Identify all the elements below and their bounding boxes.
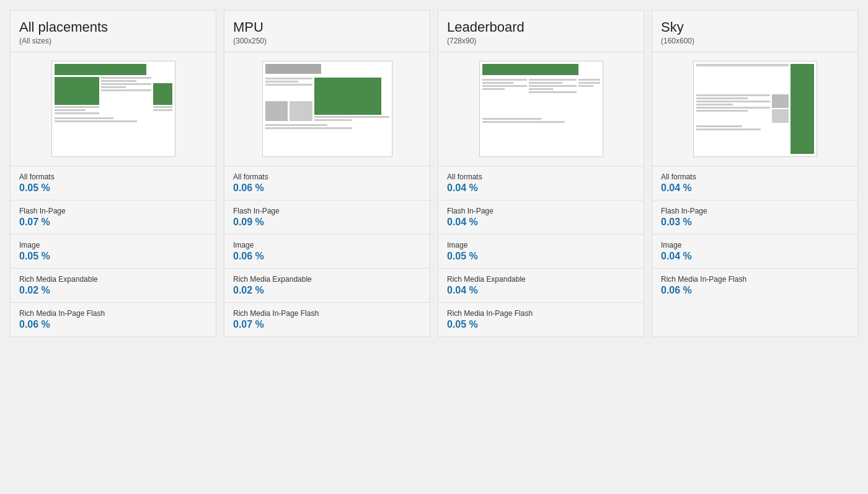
stat-label-leaderboard-2: Image [447,241,635,249]
stat-row-all-placements-3: Rich Media Expandable 0.02 % [11,269,216,303]
stat-value-mpu-1: 0.09 % [233,217,421,228]
card-subtitle-all-placements: (All sizes) [19,37,207,45]
stat-label-leaderboard-1: Flash In-Page [447,207,635,215]
card-mpu: MPU (300x250) [224,10,430,337]
stat-value-mpu-4: 0.07 % [233,319,421,330]
stat-value-mpu-2: 0.06 % [233,251,421,262]
card-all-placements: All placements (All sizes) [10,10,216,337]
card-sky: Sky (160x600) [652,10,858,337]
card-leaderboard: Leaderboard (728x90) [438,10,644,337]
stat-label-all-placements-0: All formats [19,173,207,181]
stat-row-mpu-0: All formats 0.06 % [224,166,430,200]
card-subtitle-leaderboard: (728x90) [447,37,635,45]
stat-value-leaderboard-0: 0.04 % [447,182,635,194]
stat-value-mpu-0: 0.06 % [233,182,421,194]
card-diagram-all-placements [11,52,216,166]
diagram-all [51,61,175,157]
stat-label-leaderboard-0: All formats [447,173,635,181]
stat-row-leaderboard-3: Rich Media Expandable 0.04 % [438,269,644,303]
stat-value-leaderboard-4: 0.05 % [447,319,635,330]
stat-value-all-placements-1: 0.07 % [19,217,207,228]
stat-row-leaderboard-0: All formats 0.04 % [438,166,644,200]
stat-value-mpu-3: 0.02 % [233,285,421,296]
card-header-all-placements: All placements (All sizes) [11,11,216,52]
card-header-sky: Sky (160x600) [652,11,857,52]
stat-label-sky-0: All formats [661,173,849,181]
card-subtitle-mpu: (300x250) [233,37,421,45]
card-header-leaderboard: Leaderboard (728x90) [438,11,644,52]
stat-row-sky-3: Rich Media In-Page Flash 0.06 % [652,269,857,302]
card-title-leaderboard: Leaderboard [447,19,635,35]
card-diagram-mpu [224,52,430,166]
stat-row-leaderboard-4: Rich Media In-Page Flash 0.05 % [438,303,644,336]
stat-label-mpu-3: Rich Media Expandable [233,275,421,284]
diagram-sky [693,61,817,157]
stat-value-sky-3: 0.06 % [661,285,849,296]
stat-label-sky-3: Rich Media In-Page Flash [661,275,849,284]
diagram-mpu [262,61,392,157]
stat-value-all-placements-3: 0.02 % [19,285,207,296]
card-diagram-leaderboard [438,52,644,166]
stat-value-sky-0: 0.04 % [661,182,849,194]
card-title-sky: Sky [661,19,849,35]
stat-label-mpu-1: Flash In-Page [233,207,421,215]
stat-row-all-placements-0: All formats 0.05 % [11,166,216,200]
stat-value-all-placements-0: 0.05 % [19,182,207,194]
stat-value-leaderboard-2: 0.05 % [447,251,635,262]
stat-label-mpu-4: Rich Media In-Page Flash [233,309,421,318]
stat-row-leaderboard-2: Image 0.05 % [438,235,644,269]
card-subtitle-sky: (160x600) [661,37,849,45]
stat-value-leaderboard-1: 0.04 % [447,217,635,228]
stat-row-mpu-1: Flash In-Page 0.09 % [224,200,430,235]
stat-value-sky-2: 0.04 % [661,251,849,262]
stat-label-all-placements-1: Flash In-Page [19,207,207,215]
stat-label-leaderboard-4: Rich Media In-Page Flash [447,309,635,318]
stat-row-mpu-4: Rich Media In-Page Flash 0.07 % [224,303,430,336]
stat-value-sky-1: 0.03 % [661,217,849,228]
card-title-mpu: MPU [233,19,421,35]
diagram-leaderboard [479,61,603,157]
stat-row-mpu-2: Image 0.06 % [224,235,430,269]
stat-row-sky-2: Image 0.04 % [652,235,857,269]
card-diagram-sky [652,52,857,166]
stat-label-sky-2: Image [661,241,849,249]
stat-row-all-placements-2: Image 0.05 % [11,235,216,269]
stat-label-mpu-2: Image [233,241,421,249]
stat-label-mpu-0: All formats [233,173,421,181]
stat-label-leaderboard-3: Rich Media Expandable [447,275,635,284]
stat-label-sky-1: Flash In-Page [661,207,849,215]
card-header-mpu: MPU (300x250) [224,11,430,52]
stat-row-sky-1: Flash In-Page 0.03 % [652,200,857,235]
stat-row-all-placements-4: Rich Media In-Page Flash 0.06 % [11,303,216,336]
stat-row-leaderboard-1: Flash In-Page 0.04 % [438,200,644,235]
stat-value-all-placements-2: 0.05 % [19,251,207,262]
card-title-all-placements: All placements [19,19,207,35]
stat-row-sky-0: All formats 0.04 % [652,166,857,200]
stat-label-all-placements-2: Image [19,241,207,249]
stat-value-leaderboard-3: 0.04 % [447,285,635,296]
stat-label-all-placements-4: Rich Media In-Page Flash [19,309,207,318]
placement-columns: All placements (All sizes) [10,10,858,337]
stat-value-all-placements-4: 0.06 % [19,319,207,330]
stat-row-all-placements-1: Flash In-Page 0.07 % [11,200,216,235]
stat-row-mpu-3: Rich Media Expandable 0.02 % [224,269,430,303]
stat-label-all-placements-3: Rich Media Expandable [19,275,207,284]
